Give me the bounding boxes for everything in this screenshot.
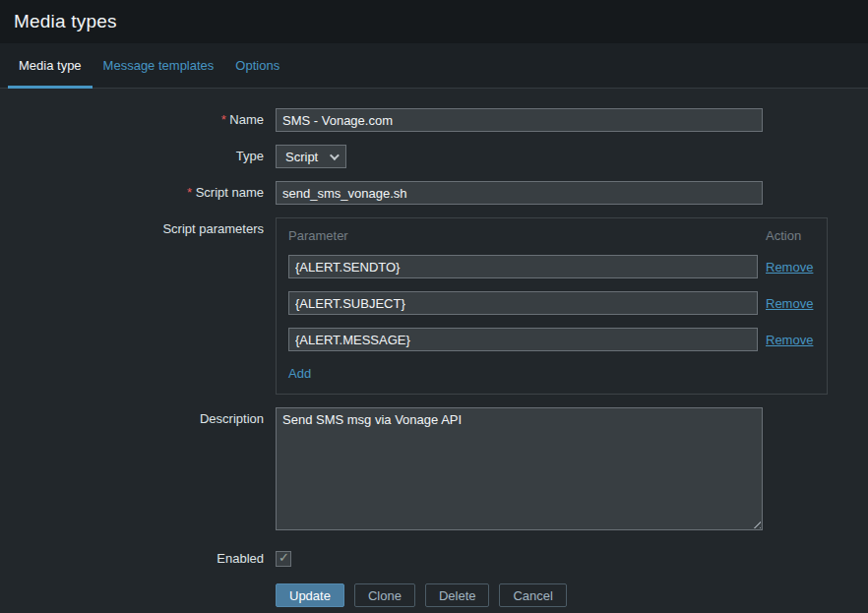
type-select-value: Script (285, 150, 318, 164)
media-types-page: Media types Media type Message templates… (0, 0, 868, 613)
script-name-label: Script name (0, 181, 264, 205)
page-header: Media types (0, 0, 868, 43)
remove-parameter-link[interactable]: Remove (766, 333, 813, 347)
parameter-input[interactable] (288, 255, 758, 278)
tab-media-type[interactable]: Media type (8, 43, 93, 88)
script-parameters-header: Parameter Action (288, 224, 815, 255)
column-header-action: Action (766, 228, 815, 243)
tab-bar: Media type Message templates Options (0, 43, 868, 89)
parameter-input[interactable] (288, 328, 758, 351)
enabled-checkbox[interactable]: ✓ (276, 551, 291, 567)
type-label: Type (0, 145, 264, 168)
description-textarea[interactable]: Send SMS msg via Vonage API (276, 407, 763, 530)
chevron-down-icon (330, 151, 340, 160)
page-title: Media types (14, 11, 117, 32)
type-select[interactable]: Script (276, 145, 346, 168)
tab-options[interactable]: Options (224, 43, 290, 88)
cancel-button[interactable]: Cancel (499, 583, 566, 607)
delete-button[interactable]: Delete (425, 583, 490, 607)
media-type-form: Name Type Script Script name Script (0, 89, 868, 607)
name-input[interactable] (276, 108, 763, 132)
script-name-row: Script name (0, 181, 868, 205)
clone-button[interactable]: Clone (354, 583, 415, 607)
parameter-row: Remove (288, 328, 815, 351)
name-row: Name (0, 108, 868, 132)
add-parameter-link[interactable]: Add (288, 366, 311, 381)
parameter-row: Remove (288, 255, 815, 278)
name-label: Name (0, 108, 264, 132)
tab-label: Options (235, 58, 279, 73)
remove-parameter-link[interactable]: Remove (766, 260, 813, 275)
script-parameters-label: Script parameters (0, 217, 264, 241)
check-icon: ✓ (279, 550, 289, 565)
enabled-label: Enabled (0, 547, 264, 571)
tab-label: Message templates (103, 58, 215, 73)
remove-parameter-link[interactable]: Remove (766, 296, 813, 311)
script-parameters-row: Script parameters Parameter Action Remov… (0, 217, 868, 395)
form-actions-row: Update Clone Delete Cancel (0, 583, 868, 607)
script-parameters-box: Parameter Action Remove Remove Remove (276, 217, 828, 395)
parameter-input[interactable] (288, 291, 758, 315)
parameter-row: Remove (288, 291, 815, 315)
script-name-input[interactable] (276, 181, 763, 205)
column-header-parameter: Parameter (288, 228, 766, 243)
description-row: Description Send SMS msg via Vonage API (0, 407, 868, 534)
tab-label: Media type (19, 58, 82, 73)
update-button[interactable]: Update (276, 583, 344, 607)
tab-message-templates[interactable]: Message templates (93, 43, 225, 88)
type-row: Type Script (0, 145, 868, 168)
description-label: Description (0, 407, 264, 431)
enabled-row: Enabled ✓ (0, 547, 868, 571)
